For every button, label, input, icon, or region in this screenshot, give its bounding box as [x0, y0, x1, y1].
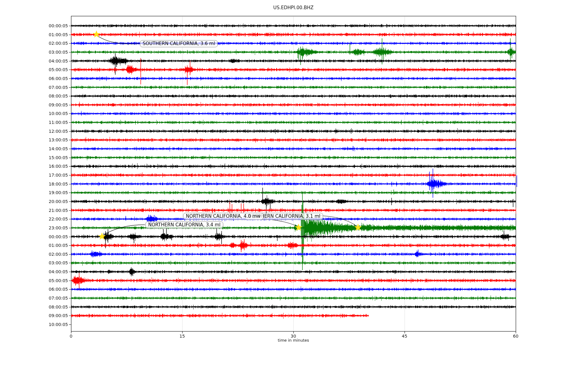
y-tick-label-row-33: 09:00:05	[33, 313, 68, 318]
page-title: US.EDHPI.00.BHZ	[71, 5, 516, 10]
y-tick-label-row-0: 00:00:05	[33, 23, 68, 29]
y-tick-label-row-23: 23:00:05	[33, 225, 68, 231]
y-tick-label-row-8: 08:00:05	[33, 93, 68, 99]
seismogram-figure: US.EDHPI.00.BHZ 00:00:0501:00:0502:00:05…	[0, 0, 588, 368]
y-tick-label-row-14: 14:00:05	[33, 146, 68, 151]
y-tick-label-row-30: 06:00:05	[33, 286, 68, 292]
y-tick-label-row-21: 21:00:05	[33, 208, 68, 213]
y-tick-label-row-29: 05:00:05	[33, 278, 68, 283]
y-tick-label-row-1: 01:00:05	[33, 32, 68, 37]
y-tick-label-row-11: 11:00:05	[33, 120, 68, 125]
y-tick-label-row-4: 04:00:05	[33, 58, 68, 64]
y-tick-label-row-25: 01:00:05	[33, 243, 68, 248]
y-tick-label-row-6: 06:00:05	[33, 76, 68, 81]
y-tick-label-row-2: 02:00:05	[33, 40, 68, 46]
y-tick-label-row-31: 07:00:05	[33, 295, 68, 301]
y-tick-label-row-24: 00:00:05	[33, 234, 68, 240]
y-tick-label-row-18: 18:00:05	[33, 181, 68, 187]
y-tick-label-row-9: 09:00:05	[33, 102, 68, 108]
y-tick-label-row-10: 10:00:05	[33, 111, 68, 116]
seismogram-canvas	[0, 0, 588, 368]
y-tick-label-row-22: 22:00:05	[33, 216, 68, 222]
annotation-northern-california-4-0: NORTHERN CALIFORNIA, 4.0 mw	[183, 213, 263, 220]
y-tick-label-row-12: 12:00:05	[33, 128, 68, 134]
y-tick-label-row-28: 04:00:05	[33, 269, 68, 274]
y-tick-label-row-34: 10:00:05	[33, 322, 68, 327]
annotation-southern-california-3-6: SOUTHERN CALIFORNIA, 3.6 ml	[140, 40, 218, 47]
y-tick-label-row-5: 05:00:05	[33, 67, 68, 72]
y-tick-label-row-27: 03:00:05	[33, 260, 68, 266]
y-tick-label-row-26: 02:00:05	[33, 251, 68, 257]
y-tick-label-row-15: 15:00:05	[33, 155, 68, 160]
y-tick-label-row-3: 03:00:05	[33, 49, 68, 55]
y-tick-label-row-16: 16:00:05	[33, 163, 68, 169]
x-axis-title: time in minutes	[71, 338, 516, 343]
y-tick-label-row-19: 19:00:05	[33, 190, 68, 195]
y-tick-label-row-13: 13:00:05	[33, 137, 68, 143]
y-tick-label-row-17: 17:00:05	[33, 172, 68, 178]
y-tick-label-row-20: 20:00:05	[33, 199, 68, 204]
annotation-northern-california-3-4: NORTHERN CALIFORNIA, 3.4 ml	[145, 221, 223, 228]
y-tick-label-row-7: 07:00:05	[33, 85, 68, 90]
y-tick-label-row-32: 08:00:05	[33, 304, 68, 310]
